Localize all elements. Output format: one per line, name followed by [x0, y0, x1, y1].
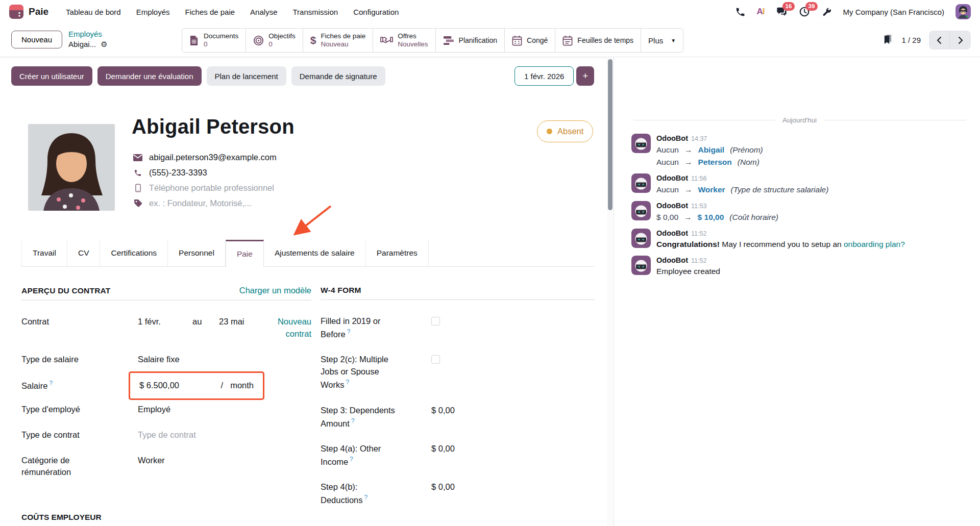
field-w4-step3: Step 3: Dependents Amount? $ 0,00 [321, 405, 595, 430]
field-name: (Type de structure salariale) [731, 185, 829, 194]
field-contract-type: Type de contrat Type de contrat [21, 429, 311, 441]
pager-previous-button[interactable] [929, 31, 950, 49]
contract-type-placeholder-input[interactable]: Type de contrat [138, 429, 311, 441]
stat-offres[interactable]: OffresNouvelles [373, 29, 435, 52]
menu-configuration[interactable]: Configuration [353, 8, 399, 16]
stat-label: Objectifs [268, 32, 296, 40]
pager-next-button[interactable] [950, 31, 971, 49]
stat-conge[interactable]: Congé [505, 29, 555, 52]
scrollbar-thumb[interactable] [608, 59, 612, 210]
activities-badge: 39 [805, 2, 818, 11]
messages-icon[interactable]: 16 [776, 6, 788, 17]
stat-label: Planification [459, 36, 498, 44]
load-template-link[interactable]: Charger un modèle [239, 286, 311, 295]
request-evaluation-button[interactable]: Demander une évaluation [97, 66, 202, 86]
employee-name[interactable]: Abigail Peterson [132, 115, 295, 138]
tab-personnel[interactable]: Personnel [168, 240, 226, 266]
contract-date-field[interactable]: 1 févr. 2026 [514, 66, 574, 86]
tab-ajustements[interactable]: Ajustements de salaire [264, 240, 366, 266]
employee-phone[interactable]: (555)-233-3393 [149, 168, 207, 178]
ai-icon[interactable]: AI [757, 7, 765, 17]
employee-type-value[interactable]: Employé [138, 404, 311, 416]
message-author: OdooBot [656, 256, 688, 264]
contract-end-date[interactable]: 23 mai [219, 316, 263, 340]
message-time: 11:52 [691, 257, 706, 264]
new-button[interactable]: Nouveau [11, 31, 62, 48]
tab-certifications[interactable]: Certifications [100, 240, 168, 266]
new-contract-link[interactable]: Nouveau contrat [263, 316, 311, 340]
stat-timesheets[interactable]: Feuilles de temps [555, 29, 641, 52]
salary-type-value[interactable]: Salaire fixe [138, 354, 311, 366]
w4-step4b-amount-input[interactable]: $ 0,00 [431, 481, 595, 506]
employee-email[interactable]: abigail.peterson39@example.com [149, 153, 277, 162]
stat-documents[interactable]: Documents0 [182, 29, 246, 52]
message-bold-text: Congratulations! [656, 240, 720, 248]
tags-placeholder-input[interactable]: ex. : Fondateur, Motorisé,... [149, 198, 252, 208]
company-switcher[interactable]: My Company (San Francisco) [843, 8, 944, 16]
gear-icon[interactable]: ⚙ [101, 39, 107, 49]
contract-start-date[interactable]: 1 févr. [138, 316, 192, 340]
menu-dashboard[interactable]: Tableau de bord [66, 8, 121, 16]
tags-row: ex. : Fondateur, Motorisé,... [133, 198, 277, 208]
pay-category-value[interactable]: Worker [138, 455, 311, 479]
message-time: 11:53 [691, 203, 706, 210]
employee-photo[interactable] [28, 124, 115, 211]
launch-plan-button[interactable]: Plan de lancement [207, 66, 286, 86]
field-salary: Salaire? $ 6.500,00 / month [21, 379, 311, 392]
bookmark-icon[interactable] [883, 34, 893, 47]
field-name: (Prénom) [730, 145, 763, 155]
pager-value: 1 / 29 [901, 36, 921, 44]
employer-costs-title: COÛTS EMPLOYEUR [21, 513, 102, 522]
stat-value: Nouvelles [398, 40, 428, 48]
version-date: 1 févr. 2026 + [514, 66, 594, 86]
stat-value: 0 [268, 40, 296, 48]
stat-planification[interactable]: Planification [436, 29, 505, 52]
stat-objectifs[interactable]: Objectifs0 [246, 29, 303, 52]
tab-travail[interactable]: Travail [21, 240, 67, 266]
breadcrumb-parent[interactable]: Employés [68, 29, 108, 39]
tab-parametres[interactable]: Paramètres [366, 240, 429, 266]
w4-step2c-checkbox[interactable] [431, 355, 440, 364]
field-employee-type: Type d'employé Employé [21, 404, 311, 416]
notebook-tabs: Travail CV Certifications Personnel Paie… [21, 240, 595, 267]
menu-employees[interactable]: Employés [136, 8, 170, 16]
w4-filled-2019-checkbox[interactable] [431, 317, 440, 325]
signature-request-button[interactable]: Demande de signature [291, 66, 385, 86]
tab-cv[interactable]: CV [67, 240, 101, 266]
caret-down-icon: ▼ [671, 38, 676, 43]
paie-app-icon[interactable] [9, 5, 23, 19]
stat-button-box: Documents0 Objectifs0 $ Fiches de paieNo… [182, 28, 683, 53]
create-user-button[interactable]: Créer un utilisateur [11, 66, 92, 86]
message-author: OdooBot [656, 134, 688, 142]
user-avatar[interactable] [955, 4, 971, 19]
new-value: Abigail [698, 145, 724, 155]
salary-amount-input[interactable]: $ 6.500,00 [139, 380, 179, 392]
voip-phone-icon[interactable] [735, 7, 746, 17]
activities-clock-icon[interactable]: 39 [799, 6, 810, 17]
w4-step3-amount-input[interactable]: $ 0,00 [431, 405, 595, 430]
tab-paie[interactable]: Paie [226, 240, 264, 267]
field-w4-filled-2019: Filled in 2019 or Before? [321, 315, 595, 340]
salary-period-select[interactable]: month [230, 380, 254, 392]
w4-step4a-amount-input[interactable]: $ 0,00 [431, 443, 595, 468]
message-author: OdooBot [656, 174, 688, 182]
contract-overview-title: APERÇU DU CONTRAT [21, 286, 110, 295]
arrow-right-icon: → [684, 145, 693, 155]
paie-tab-content: APERÇU DU CONTRAT Charger un modèle Cont… [21, 286, 595, 520]
breadcrumb-current: Abigai... [68, 39, 96, 49]
add-version-button[interactable]: + [576, 66, 594, 86]
menu-analysis[interactable]: Analyse [250, 8, 277, 16]
onboarding-plan-link[interactable]: onboarding plan? [844, 240, 905, 248]
odoobot-avatar [631, 134, 651, 153]
stat-payslips[interactable]: $ Fiches de paieNouveau [303, 29, 374, 52]
menu-payslips[interactable]: Fiches de paie [185, 8, 235, 16]
message-plain-text: May I recommend you to setup an [720, 240, 844, 248]
menu-transmission[interactable]: Transmission [292, 8, 338, 16]
form-action-buttons: Créer un utilisateur Demander une évalua… [11, 66, 385, 86]
mobile-placeholder-input[interactable]: Téléphone portable professionnel [149, 183, 274, 193]
stat-label: Documents [204, 32, 238, 40]
stat-plus-dropdown[interactable]: Plus ▼ [641, 29, 683, 52]
tracking-change: $ 0,00 → $ 10,00 (Coût horaire) [656, 213, 778, 222]
presence-status-badge: Absent [537, 120, 593, 142]
tools-wrench-icon[interactable] [821, 7, 832, 17]
